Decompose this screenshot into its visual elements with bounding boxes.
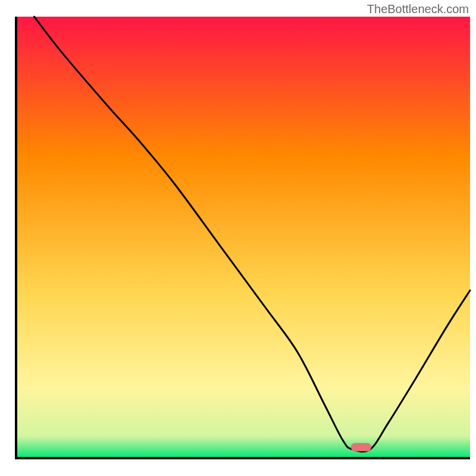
plot-background xyxy=(16,17,470,458)
chart-container: { "watermark": "TheBottleneck.com", "cha… xyxy=(0,0,476,476)
bottleneck-chart xyxy=(0,0,476,476)
watermark: TheBottleneck.com xyxy=(367,2,469,16)
optimal-marker xyxy=(351,443,371,451)
